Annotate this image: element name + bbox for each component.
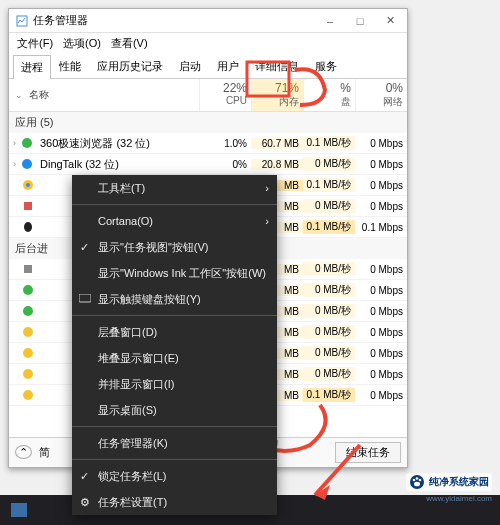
- col-name[interactable]: ⌄ 名称: [9, 79, 199, 111]
- menu-label: 工具栏(T): [98, 181, 145, 196]
- svg-rect-5: [24, 202, 32, 210]
- cell-disk: 0 MB/秒: [303, 325, 355, 339]
- cell-mem: 20.8 MB: [251, 159, 303, 170]
- col-network[interactable]: 0% 网络: [355, 79, 407, 111]
- app-generic-icon: [21, 367, 35, 381]
- menu-task-manager[interactable]: 任务管理器(K): [72, 430, 277, 456]
- cell-net: 0 Mbps: [355, 348, 407, 359]
- column-headers: ⌄ 名称 22% CPU 71% 内存 % 盘 0% 网络: [9, 79, 407, 112]
- cell-net: 0 Mbps: [355, 327, 407, 338]
- menu-label: 显示"Windows Ink 工作区"按钮(W): [98, 266, 266, 281]
- app-generic-icon: [21, 346, 35, 360]
- menu-show-taskview[interactable]: ✓ 显示"任务视图"按钮(V): [72, 234, 277, 260]
- svg-point-10: [23, 327, 33, 337]
- fewer-details[interactable]: ⌃ 简: [15, 445, 50, 460]
- menu-label: 堆叠显示窗口(E): [98, 351, 179, 366]
- cell-disk: 0.1 MB/秒: [303, 178, 355, 192]
- menu-show-desktop[interactable]: 显示桌面(S): [72, 397, 277, 423]
- menu-options[interactable]: 选项(O): [63, 36, 101, 51]
- svg-rect-14: [79, 294, 91, 302]
- col-memory[interactable]: 71% 内存: [251, 79, 303, 111]
- cpu-label: CPU: [204, 95, 247, 106]
- gear-icon: ⚙: [78, 495, 92, 509]
- tab-apphistory[interactable]: 应用历史记录: [89, 54, 171, 78]
- cell-disk: 0 MB/秒: [303, 346, 355, 360]
- cell-disk: 0 MB/秒: [303, 367, 355, 381]
- cell-disk: 0 MB/秒: [303, 304, 355, 318]
- chevron-right-icon: ›: [13, 159, 16, 169]
- cell-net: 0 Mbps: [355, 306, 407, 317]
- app-dingtalk-icon: [20, 157, 34, 171]
- window-title: 任务管理器: [33, 13, 315, 28]
- menu-label: 显示"任务视图"按钮(V): [98, 240, 208, 255]
- group-apps[interactable]: 应用 (5): [9, 112, 407, 133]
- tab-performance[interactable]: 性能: [51, 54, 89, 78]
- memory-label: 内存: [256, 95, 299, 109]
- taskbar-app-icon[interactable]: [6, 499, 32, 521]
- menu-cascade[interactable]: 层叠窗口(D): [72, 319, 277, 345]
- menu-file[interactable]: 文件(F): [17, 36, 53, 51]
- menubar: 文件(F) 选项(O) 查看(V): [9, 33, 407, 54]
- taskbar-context-menu: 工具栏(T) › Cortana(O) › ✓ 显示"任务视图"按钮(V) 显示…: [72, 175, 277, 515]
- svg-point-13: [23, 390, 33, 400]
- disk-percent: %: [308, 81, 351, 95]
- cell-net: 0 Mbps: [355, 180, 407, 191]
- menu-label: 任务管理器(K): [98, 436, 168, 451]
- menu-sidebyside[interactable]: 并排显示窗口(I): [72, 371, 277, 397]
- menu-label: 显示触摸键盘按钮(Y): [98, 292, 201, 307]
- svg-point-9: [23, 306, 33, 316]
- svg-point-8: [23, 285, 33, 295]
- menu-label: 任务栏设置(T): [98, 495, 167, 510]
- memory-percent: 71%: [256, 81, 299, 95]
- check-icon: ✓: [80, 470, 89, 483]
- tab-processes[interactable]: 进程: [13, 55, 51, 79]
- cell-disk: 0 MB/秒: [303, 199, 355, 213]
- menu-stacked[interactable]: 堆叠显示窗口(E): [72, 345, 277, 371]
- svg-point-4: [26, 183, 30, 187]
- svg-point-2: [22, 159, 32, 169]
- svg-point-1: [22, 138, 32, 148]
- svg-point-12: [23, 369, 33, 379]
- menu-toolbars[interactable]: 工具栏(T) ›: [72, 175, 277, 201]
- table-row[interactable]: › 360极速浏览器 (32 位) 1.0% 60.7 MB 0.1 MB/秒 …: [9, 133, 407, 154]
- app-generic-icon: [21, 388, 35, 402]
- tab-users[interactable]: 用户: [209, 54, 247, 78]
- process-name: 360极速浏览器 (32 位): [38, 136, 199, 151]
- chevron-right-icon: ›: [265, 182, 269, 194]
- cell-cpu: 0%: [199, 159, 251, 170]
- svg-point-22: [416, 477, 419, 480]
- end-task-button[interactable]: 结束任务: [335, 442, 401, 463]
- close-button[interactable]: ✕: [375, 11, 405, 31]
- menu-cortana[interactable]: Cortana(O) ›: [72, 208, 277, 234]
- cell-disk: 0 MB/秒: [303, 157, 355, 171]
- menu-lock-taskbar[interactable]: ✓ 锁定任务栏(L): [72, 463, 277, 489]
- menu-taskbar-settings[interactable]: ⚙ 任务栏设置(T): [72, 489, 277, 515]
- cell-net: 0 Mbps: [355, 159, 407, 170]
- minimize-button[interactable]: –: [315, 11, 345, 31]
- tab-details[interactable]: 详细信息: [247, 54, 307, 78]
- chevron-right-icon: ›: [265, 215, 269, 227]
- menu-show-ink[interactable]: 显示"Windows Ink 工作区"按钮(W): [72, 260, 277, 286]
- cell-disk: 0.1 MB/秒: [303, 220, 355, 234]
- check-icon: ✓: [80, 241, 89, 254]
- tab-startup[interactable]: 启动: [171, 54, 209, 78]
- menu-view[interactable]: 查看(V): [111, 36, 148, 51]
- keyboard-icon: [78, 292, 92, 306]
- titlebar[interactable]: 任务管理器 – □ ✕: [9, 9, 407, 33]
- col-disk[interactable]: % 盘: [303, 79, 355, 111]
- separator: [72, 459, 277, 460]
- svg-point-11: [23, 348, 33, 358]
- expand-caret-icon: ⌄: [15, 90, 23, 100]
- table-row[interactable]: › DingTalk (32 位) 0% 20.8 MB 0 MB/秒 0 Mb…: [9, 154, 407, 175]
- cpu-percent: 22%: [204, 81, 247, 95]
- menu-show-touchkb[interactable]: 显示触摸键盘按钮(Y): [72, 286, 277, 312]
- col-cpu[interactable]: 22% CPU: [199, 79, 251, 111]
- app-generic-icon: [21, 304, 35, 318]
- cell-disk: 0.1 MB/秒: [303, 136, 355, 150]
- tab-services[interactable]: 服务: [307, 54, 345, 78]
- disk-label: 盘: [308, 95, 351, 109]
- maximize-button[interactable]: □: [345, 11, 375, 31]
- separator: [72, 426, 277, 427]
- cell-cpu: 1.0%: [199, 138, 251, 149]
- menu-label: 显示桌面(S): [98, 403, 157, 418]
